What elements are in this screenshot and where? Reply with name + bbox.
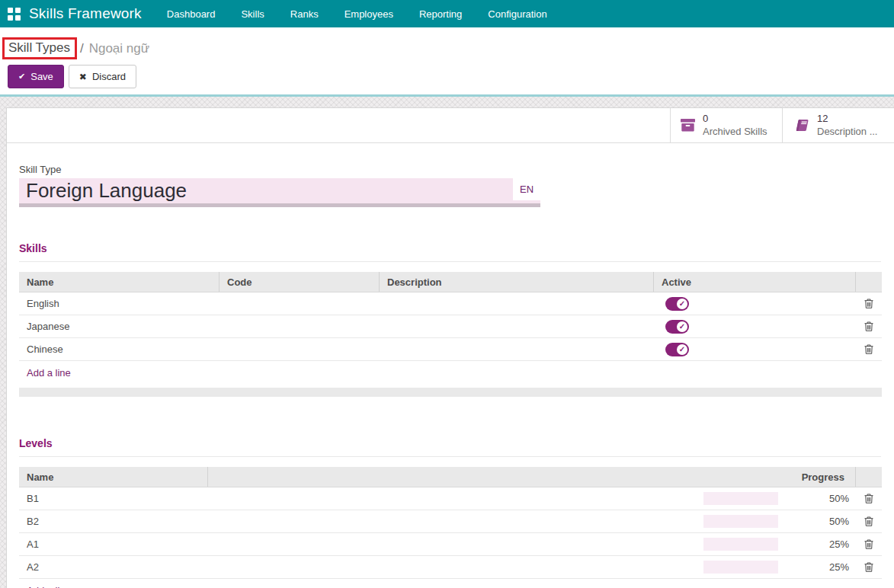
progress-bar-track bbox=[703, 561, 778, 574]
level-empty-cell bbox=[208, 487, 702, 510]
form-sheet: 0 Archived Skills 12 bbox=[6, 107, 894, 588]
delete-row-button[interactable] bbox=[856, 315, 882, 337]
skill-active-cell[interactable]: ✓ bbox=[654, 292, 856, 315]
app-title[interactable]: Skills Framework bbox=[29, 5, 142, 22]
horizontal-scrollbar[interactable] bbox=[19, 388, 882, 397]
apps-grid-square bbox=[15, 15, 21, 21]
apps-grid-icon[interactable] bbox=[8, 8, 21, 21]
levels-table-header: Name Progress bbox=[19, 467, 882, 487]
column-header-name[interactable]: Name bbox=[19, 467, 208, 487]
breadcrumb-current-record: Ngoại ngữ bbox=[89, 41, 149, 56]
level-name-cell[interactable]: A2 bbox=[19, 556, 208, 578]
level-empty-cell bbox=[208, 533, 702, 555]
section-spacer bbox=[19, 397, 881, 437]
skill-table-row[interactable]: English ✓ bbox=[19, 292, 882, 315]
level-name-cell[interactable]: B1 bbox=[19, 487, 208, 510]
skill-code-cell[interactable] bbox=[219, 315, 380, 337]
archived-skills-stat-button[interactable]: 0 Archived Skills bbox=[670, 108, 782, 142]
archived-skills-count: 0 bbox=[703, 113, 767, 125]
skill-type-value: Foreign Language bbox=[26, 179, 187, 203]
skills-table-header: Name Code Description Active bbox=[19, 272, 882, 292]
form-background: 0 Archived Skills 12 bbox=[0, 97, 894, 588]
progress-percent-label: 50% bbox=[829, 493, 856, 504]
level-progress-cell[interactable]: 50% bbox=[702, 510, 856, 532]
translation-language-badge[interactable]: EN bbox=[513, 178, 540, 200]
level-progress-cell[interactable]: 25% bbox=[702, 533, 856, 555]
delete-row-button[interactable] bbox=[856, 487, 882, 510]
delete-row-button[interactable] bbox=[856, 338, 882, 360]
discard-button[interactable]: ✖ Discard bbox=[69, 65, 136, 88]
delete-row-button[interactable] bbox=[856, 556, 882, 578]
level-table-row[interactable]: A1 25% bbox=[19, 533, 882, 556]
progress-bar-track bbox=[703, 515, 778, 528]
column-header-code[interactable]: Code bbox=[219, 272, 380, 292]
apps-grid-square bbox=[8, 8, 13, 13]
level-name-cell[interactable]: B2 bbox=[19, 510, 208, 532]
progress-percent-label: 25% bbox=[829, 561, 856, 573]
skill-active-cell[interactable]: ✓ bbox=[654, 315, 856, 337]
form-action-buttons: ✔ Save ✖ Discard bbox=[8, 65, 894, 88]
top-navbar: Skills Framework Dashboard Skills Ranks … bbox=[0, 0, 894, 27]
menu-item-reporting[interactable]: Reporting bbox=[419, 8, 462, 20]
delete-row-button[interactable] bbox=[856, 292, 882, 315]
level-empty-cell bbox=[208, 556, 702, 578]
active-toggle[interactable]: ✓ bbox=[665, 320, 689, 334]
progress-widget: 50% bbox=[703, 492, 856, 505]
column-header-progress[interactable]: Progress bbox=[702, 467, 856, 487]
skill-type-field-group: Skill Type Foreign Language EN bbox=[19, 164, 540, 207]
skill-description-cell[interactable] bbox=[380, 338, 654, 360]
skill-description-cell[interactable] bbox=[380, 292, 654, 315]
levels-table-body: B1 50% B2 50% bbox=[19, 487, 882, 579]
skill-type-label: Skill Type bbox=[19, 164, 540, 175]
progress-percent-label: 50% bbox=[829, 516, 856, 527]
skill-code-cell[interactable] bbox=[219, 338, 380, 360]
active-toggle[interactable]: ✓ bbox=[665, 297, 689, 311]
trash-icon bbox=[864, 539, 873, 549]
skill-name-cell[interactable]: Japanese bbox=[19, 315, 219, 337]
menu-item-employees[interactable]: Employees bbox=[344, 8, 393, 20]
skill-name-cell[interactable]: English bbox=[19, 292, 219, 315]
breadcrumb: Skill Types / Ngoại ngữ bbox=[8, 37, 894, 59]
menu-item-configuration[interactable]: Configuration bbox=[488, 8, 546, 20]
delete-row-button[interactable] bbox=[856, 533, 882, 555]
skills-add-a-line-link[interactable]: Add a line bbox=[19, 361, 882, 385]
close-icon: ✖ bbox=[79, 72, 87, 82]
control-panel: Skill Types / Ngoại ngữ ✔ Save ✖ Discard bbox=[0, 27, 894, 97]
breadcrumb-skill-types annotation-highlight[interactable]: Skill Types bbox=[2, 37, 77, 59]
level-table-row[interactable]: B2 50% bbox=[19, 510, 882, 533]
column-header-description[interactable]: Description bbox=[380, 272, 654, 292]
level-name-cell[interactable]: A1 bbox=[19, 533, 208, 555]
archived-skills-label: Archived Skills bbox=[703, 126, 767, 138]
skill-table-row[interactable]: Japanese ✓ bbox=[19, 315, 882, 338]
skill-active-cell[interactable]: ✓ bbox=[654, 338, 856, 360]
column-header-active[interactable]: Active bbox=[654, 272, 856, 292]
skill-table-row[interactable]: Chinese ✓ bbox=[19, 338, 882, 361]
descriptions-count: 12 bbox=[817, 113, 877, 125]
level-table-row[interactable]: B1 50% bbox=[19, 487, 882, 510]
breadcrumb-separator: / bbox=[80, 41, 84, 56]
discard-button-label: Discard bbox=[92, 71, 126, 82]
save-button[interactable]: ✔ Save bbox=[8, 65, 64, 88]
menu-item-skills[interactable]: Skills bbox=[241, 8, 264, 20]
skill-description-cell[interactable] bbox=[380, 315, 654, 337]
level-progress-cell[interactable]: 50% bbox=[702, 487, 856, 510]
descriptions-stat-button[interactable]: 12 Description ... bbox=[782, 108, 894, 142]
menu-item-ranks[interactable]: Ranks bbox=[290, 8, 319, 20]
stat-text: 0 Archived Skills bbox=[703, 113, 767, 138]
skill-type-input[interactable]: Foreign Language EN bbox=[19, 178, 540, 207]
level-table-row[interactable]: A2 25% bbox=[19, 556, 882, 579]
delete-row-button[interactable] bbox=[856, 510, 882, 532]
progress-widget: 25% bbox=[703, 561, 856, 574]
menu-item-dashboard[interactable]: Dashboard bbox=[167, 8, 216, 20]
column-header-name[interactable]: Name bbox=[19, 272, 219, 292]
toggle-check-icon: ✓ bbox=[677, 321, 687, 332]
level-progress-cell[interactable]: 25% bbox=[702, 556, 856, 578]
apps-grid-square bbox=[15, 8, 21, 13]
levels-add-a-line-link[interactable]: Add a line bbox=[19, 579, 882, 588]
skill-code-cell[interactable] bbox=[219, 292, 380, 315]
active-toggle[interactable]: ✓ bbox=[665, 343, 689, 356]
stat-text: 12 Description ... bbox=[817, 113, 877, 138]
trash-icon bbox=[864, 299, 873, 308]
skill-name-cell[interactable]: Chinese bbox=[19, 338, 219, 360]
book-icon bbox=[793, 119, 809, 132]
